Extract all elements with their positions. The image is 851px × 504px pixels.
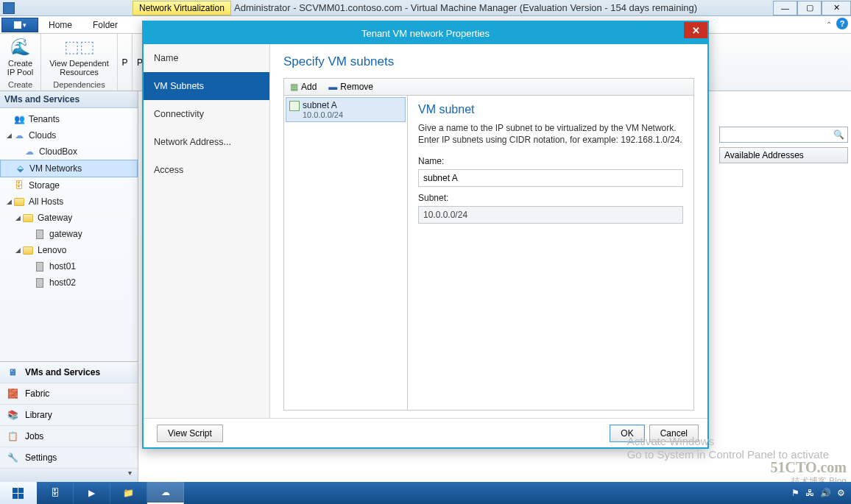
nav-host01[interactable]: host01 <box>0 258 138 274</box>
nav-gateway-group[interactable]: ◢Gateway <box>0 210 138 226</box>
tray-network-icon[interactable]: 🖧 <box>805 488 814 498</box>
folder-icon <box>22 244 34 256</box>
detail-title: VM subnet <box>418 103 683 116</box>
dialog-vm-network-properties: Tenant VM network Properties ✕ Name VM S… <box>142 21 709 449</box>
system-tray: ⚑ 🖧 🔊 ⚙ <box>791 488 851 498</box>
ok-button[interactable]: OK <box>610 425 644 442</box>
vms-icon: 🖥 <box>6 366 19 378</box>
minimize-button[interactable]: — <box>773 1 797 15</box>
tray-sound-icon[interactable]: 🔊 <box>820 488 831 498</box>
remove-subnet-button[interactable]: ▬Remove <box>325 82 376 92</box>
chevron-down-icon[interactable]: ◢ <box>4 132 13 139</box>
ws-jobs[interactable]: 📋Jobs <box>0 426 138 447</box>
view-script-button[interactable]: View Script <box>157 425 223 442</box>
folder-icon <box>13 196 25 207</box>
subnet-detail-pane: VM subnet Give a name to the IP subnet t… <box>408 96 693 410</box>
search-icon: 🔍 <box>833 129 844 140</box>
left-nav-pane: VMs and Services 👥Tenants ◢☁Clouds ☁Clou… <box>0 91 138 482</box>
search-input[interactable]: 🔍 <box>719 127 848 143</box>
subnet-cidr-input[interactable] <box>418 206 683 224</box>
left-nav-header: VMs and Services <box>0 91 138 108</box>
subnet-icon <box>289 101 300 111</box>
dialog-close-button[interactable]: ✕ <box>684 22 707 38</box>
tray-flag-icon[interactable]: ⚑ <box>791 488 799 498</box>
cloud-icon: ☁ <box>13 129 25 141</box>
add-subnet-button[interactable]: ▦Add <box>287 82 319 92</box>
start-button[interactable] <box>0 482 37 504</box>
storage-icon: 🗄 <box>13 180 25 191</box>
tray-settings-icon[interactable]: ⚙ <box>837 488 845 498</box>
dependencies-icon: ⬚⬚ <box>68 35 91 59</box>
subnet-list-item[interactable]: subnet A 10.0.0.0/24 <box>286 97 406 122</box>
taskbar: 🗄 ▶ 📁 ☁ ⚑ 🖧 🔊 ⚙ <box>0 482 851 504</box>
taskbar-explorer[interactable]: 📁 <box>110 482 147 504</box>
windows-logo-icon <box>13 488 24 499</box>
subnet-item-cidr: 10.0.0.0/24 <box>303 110 400 119</box>
network-icon: ⬙ <box>14 163 26 174</box>
nav-host02[interactable]: host02 <box>0 274 138 291</box>
nav-host-gateway[interactable]: gateway <box>0 226 138 242</box>
detail-description: Give a name to the IP subnet to be virtu… <box>418 122 683 146</box>
dlg-nav-access[interactable]: Access <box>144 156 269 184</box>
help-icon[interactable]: ? <box>836 18 848 29</box>
tab-folder[interactable]: Folder <box>82 16 128 34</box>
subnet-label: Subnet: <box>418 193 683 203</box>
dialog-heading: Specify VM subnets <box>283 54 694 69</box>
close-button[interactable]: ✕ <box>822 1 851 15</box>
ribbon-group-dep-label: Dependencies <box>53 80 105 89</box>
ws-library[interactable]: 📚Library <box>0 405 138 426</box>
ribbon-create-ip-pool[interactable]: 🌊 Create IP Pool Create <box>0 34 41 90</box>
window-titlebar: Network Virtualization Administrator - S… <box>0 0 851 16</box>
settings-icon: 🔧 <box>6 452 19 464</box>
fabric-icon: 🧱 <box>6 388 19 400</box>
chevron-down-icon[interactable]: ◢ <box>13 214 22 221</box>
subnet-name-input[interactable] <box>418 169 683 187</box>
dlg-nav-vm-subnets[interactable]: VM Subnets <box>144 72 269 100</box>
cloud-icon: ☁ <box>24 146 35 157</box>
nav-all-hosts[interactable]: ◢All Hosts <box>0 194 138 210</box>
dlg-nav-network-address[interactable]: Network Address... <box>144 128 269 156</box>
server-icon <box>34 228 46 240</box>
cancel-button[interactable]: Cancel <box>649 425 699 442</box>
nav-lenovo-group[interactable]: ◢Lenovo <box>0 242 138 258</box>
app-system-icon <box>3 2 15 14</box>
nav-storage[interactable]: 🗄Storage <box>0 177 138 194</box>
ip-pool-icon: 🌊 <box>9 35 32 59</box>
nav-clouds[interactable]: ◢☁Clouds <box>0 127 138 143</box>
chevron-down-icon[interactable]: ◢ <box>4 198 13 205</box>
tab-home[interactable]: Home <box>38 16 82 34</box>
file-menu-button[interactable]: ▾ <box>1 18 38 32</box>
server-icon <box>34 260 46 272</box>
nav-vm-networks[interactable]: ⬙VM Networks <box>0 160 138 177</box>
workspace-switcher: 🖥VMs and Services 🧱Fabric 📚Library 📋Jobs… <box>0 361 138 482</box>
dlg-nav-name[interactable]: Name <box>144 44 269 72</box>
ws-vms-services[interactable]: 🖥VMs and Services <box>0 362 138 383</box>
ribbon-view-dependent[interactable]: ⬚⬚ View Dependent Resources Dependencies <box>41 34 118 90</box>
dlg-nav-connectivity[interactable]: Connectivity <box>144 100 269 128</box>
taskbar-server-manager[interactable]: 🗄 <box>37 482 74 504</box>
tooltip-network-virtualization: Network Virtualization <box>133 1 231 15</box>
library-icon: 📚 <box>6 409 19 421</box>
blog-watermark: 51CTO.com <box>770 459 847 476</box>
ribbon-truncated-1: P <box>118 34 133 90</box>
ribbon-group-create-label: Create <box>8 80 32 89</box>
ws-settings[interactable]: 🔧Settings <box>0 447 138 469</box>
ws-fabric[interactable]: 🧱Fabric <box>0 383 138 405</box>
chevron-down-icon[interactable]: ◢ <box>13 246 22 254</box>
dialog-main: Specify VM subnets ▦Add ▬Remove subnet A… <box>270 44 707 418</box>
window-title: Administrator - SCVMM01.contoso.com - Vi… <box>234 2 697 13</box>
add-icon: ▦ <box>290 82 298 92</box>
taskbar-powershell[interactable]: ▶ <box>74 482 110 504</box>
subnet-item-name: subnet A <box>303 100 400 110</box>
taskbar-vmm-console[interactable]: ☁ <box>147 482 184 504</box>
column-available-addresses[interactable]: Available Addresses <box>719 147 848 163</box>
dialog-nav: Name VM Subnets Connectivity Network Add… <box>144 44 270 418</box>
subnet-toolbar: ▦Add ▬Remove <box>283 78 694 96</box>
nav-tenants[interactable]: 👥Tenants <box>0 111 138 127</box>
collapse-ribbon-icon[interactable]: ⌃ <box>826 21 832 29</box>
nav-cloudbox[interactable]: ☁CloudBox <box>0 143 138 160</box>
ws-footer: ▾ <box>0 469 138 482</box>
folder-icon <box>22 212 34 224</box>
maximize-button[interactable]: ▢ <box>797 1 822 15</box>
dialog-title: Tenant VM network Properties ✕ <box>144 22 707 44</box>
